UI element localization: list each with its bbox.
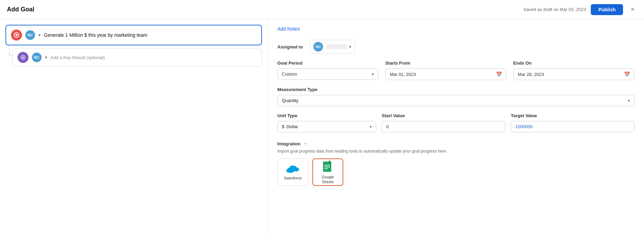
- goal-period-select[interactable]: Custom ▾: [277, 68, 378, 80]
- publish-button[interactable]: Publish: [591, 4, 623, 15]
- ends-on-input[interactable]: Mar 28, 2023 📅: [513, 68, 634, 80]
- integration-header: Integration ←: [277, 141, 634, 147]
- measurement-type-section: Measurement Type Quantity ▾: [277, 87, 634, 106]
- svg-rect-10: [324, 165, 330, 166]
- key-result-icon: [18, 52, 28, 63]
- assigned-to-dropdown[interactable]: NC ▾: [310, 40, 355, 54]
- integration-tools: Salesforce GoogleSheets: [277, 158, 634, 186]
- key-result-row: NC ▾ Add a Key Result (optional): [12, 48, 262, 67]
- period-row: Goal Period Custom ▾ Starts From Mar 01,…: [277, 60, 634, 80]
- goal-avatar: NC: [25, 30, 35, 40]
- ends-on-label: Ends On: [513, 60, 634, 66]
- dollar-sign-icon: $: [282, 124, 284, 129]
- kr-avatar-dropdown[interactable]: ▾: [45, 55, 47, 60]
- ends-on-value: Mar 28, 2023: [518, 72, 544, 77]
- page-header: Add Goal Saved as draft on Mar 03, 2023 …: [0, 0, 644, 19]
- unit-value-section: Unit Type $ Dollar ▾ Start Value Target …: [277, 113, 634, 132]
- salesforce-icon: [286, 164, 300, 174]
- unit-type-label: Unit Type: [277, 113, 376, 118]
- target-value-label: Target Value: [511, 113, 634, 118]
- assigned-name: [326, 44, 347, 49]
- ends-on-col: Ends On Mar 28, 2023 📅: [513, 60, 634, 80]
- svg-rect-12: [324, 168, 328, 169]
- page-title: Add Goal: [7, 6, 34, 13]
- kr-placeholder[interactable]: Add a Key Result (optional): [50, 55, 257, 60]
- start-value-label: Start Value: [382, 113, 505, 118]
- goal-text: Generate 1 Million $ this year by market…: [44, 32, 256, 38]
- unit-type-arrow: ▾: [370, 124, 372, 129]
- ends-on-calendar-icon: 📅: [624, 71, 630, 77]
- assigned-to-label: Assigned to: [277, 44, 303, 49]
- svg-point-7: [286, 169, 291, 173]
- connector-line: [9, 45, 10, 55]
- assigned-to-row: Assigned to NC ▾: [277, 40, 634, 54]
- integration-description: Import goal progress data from leading t…: [277, 149, 634, 154]
- svg-rect-11: [324, 167, 330, 167]
- goal-period-arrow: ▾: [372, 72, 374, 77]
- kr-avatar: NC: [32, 53, 42, 62]
- connector-horizontal: [9, 55, 13, 56]
- measurement-type-arrow: ▾: [628, 98, 630, 103]
- goal-period-section: Goal Period Custom ▾ Starts From Mar 01,…: [277, 60, 634, 80]
- right-panel: Add Notes Assigned to NC ▾ Goal Period C…: [268, 19, 644, 233]
- svg-point-1: [15, 34, 18, 36]
- goal-period-label: Goal Period: [277, 60, 378, 66]
- assigned-dropdown-arrow: ▾: [349, 44, 351, 49]
- measurement-type-label: Measurement Type: [277, 87, 634, 92]
- draft-status: Saved as draft on Mar 03, 2023: [524, 7, 586, 12]
- unit-value-row: Unit Type $ Dollar ▾ Start Value Target …: [277, 113, 634, 132]
- header-left: Add Goal: [7, 6, 34, 13]
- header-right: Saved as draft on Mar 03, 2023 Publish ×: [524, 4, 637, 15]
- measurement-type-value: Quantity: [282, 98, 628, 103]
- goal-icon: [11, 30, 22, 41]
- main-layout: NC ▾ Generate 1 Million $ this year by m…: [0, 19, 644, 233]
- integration-section: Integration ← Import goal progress data …: [277, 141, 634, 186]
- starts-from-calendar-icon: 📅: [496, 71, 502, 77]
- salesforce-tool-card[interactable]: Salesforce: [277, 158, 308, 186]
- unit-type-select[interactable]: $ Dollar ▾: [277, 121, 376, 132]
- key-result-container: NC ▾ Add a Key Result (optional): [12, 48, 262, 67]
- integration-title: Integration: [277, 141, 300, 146]
- target-value-col: Target Value: [511, 113, 634, 132]
- target-value-input[interactable]: [511, 121, 634, 132]
- assigned-avatar: NC: [313, 42, 323, 52]
- svg-point-8: [290, 165, 295, 169]
- unit-type-col: Unit Type $ Dollar ▾: [277, 113, 376, 132]
- starts-from-value: Mar 01, 2023: [390, 72, 416, 77]
- left-panel: NC ▾ Generate 1 Million $ this year by m…: [0, 19, 268, 233]
- start-value-input[interactable]: [382, 121, 505, 132]
- salesforce-label: Salesforce: [284, 176, 302, 180]
- google-sheets-label: GoogleSheets: [322, 175, 334, 185]
- goal-row: NC ▾ Generate 1 Million $ this year by m…: [5, 25, 262, 45]
- starts-from-col: Starts From Mar 01, 2023 📅: [385, 60, 506, 80]
- starts-from-label: Starts From: [385, 60, 506, 66]
- unit-type-value: Dollar: [286, 124, 368, 129]
- goal-period-value: Custom: [282, 71, 372, 77]
- starts-from-input[interactable]: Mar 01, 2023 📅: [385, 68, 506, 80]
- svg-point-3: [22, 57, 24, 58]
- goal-avatar-dropdown[interactable]: ▾: [38, 33, 41, 37]
- start-value-col: Start Value: [382, 113, 505, 132]
- goal-period-col: Goal Period Custom ▾: [277, 60, 378, 80]
- close-button[interactable]: ×: [628, 4, 637, 14]
- google-sheets-tool-card[interactable]: GoogleSheets: [312, 158, 343, 186]
- integration-arrow-icon: ←: [303, 141, 309, 147]
- add-notes-link[interactable]: Add Notes: [277, 26, 300, 32]
- google-sheets-icon: [323, 160, 333, 173]
- measurement-type-select[interactable]: Quantity ▾: [277, 95, 634, 106]
